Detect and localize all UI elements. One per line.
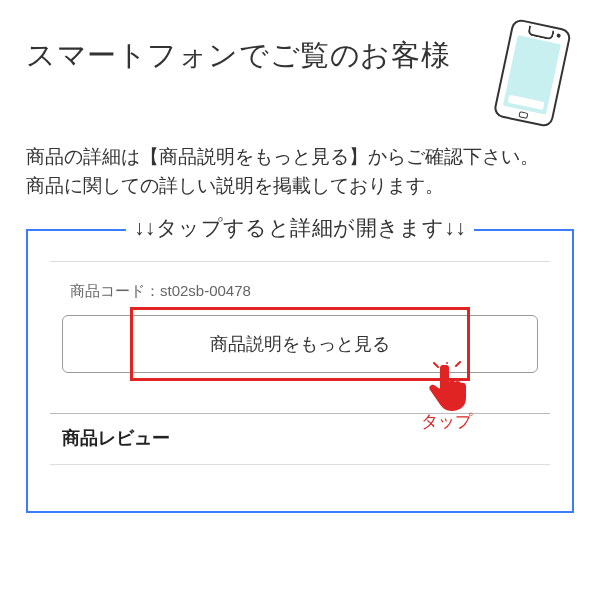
tap-instruction-panel: ↓↓タップすると詳細が開きます↓↓ 商品コード：st02sb-00478 商品説… [26, 229, 574, 513]
product-code: 商品コード：st02sb-00478 [70, 282, 544, 301]
smartphone-icon [492, 18, 582, 132]
panel-legend: ↓↓タップすると詳細が開きます↓↓ [126, 214, 474, 242]
divider [50, 413, 550, 414]
tap-label: タップ [421, 410, 472, 433]
description-line: 商品の詳細は【商品説明をもっと見る】からご確認下さい。 [26, 142, 574, 171]
product-code-label: 商品コード： [70, 282, 160, 299]
description-text: 商品の詳細は【商品説明をもっと見る】からご確認下さい。 商品に関しての詳しい説明… [26, 142, 574, 201]
product-preview-box: 商品コード：st02sb-00478 商品説明をもっと見る タップ 商品レビュー [50, 261, 550, 465]
description-line: 商品に関しての詳しい説明を掲載しております。 [26, 171, 574, 200]
product-code-value: st02sb-00478 [160, 282, 251, 299]
tap-hand-icon [426, 361, 472, 413]
page-title: スマートフォンでご覧のお客様 [26, 36, 450, 76]
